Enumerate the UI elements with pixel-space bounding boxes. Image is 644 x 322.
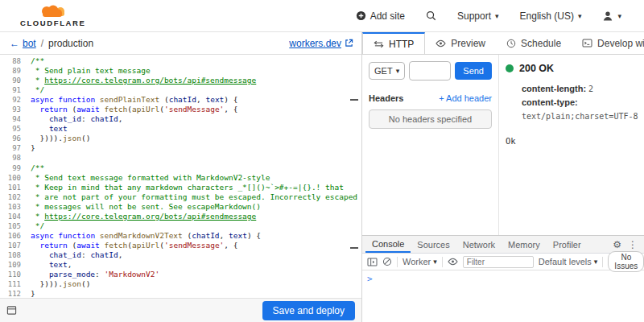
code-line: 108 chat_id: chatId, [0,250,361,260]
code-text: return (await fetch(apiUrl('sendMessage'… [31,105,238,114]
devtools-more-menu-icon[interactable]: ⋮ [628,240,638,250]
line-number: 103 [0,202,31,212]
eye-icon [436,39,446,47]
code-text: * Send text message formatted with Markd… [31,173,270,183]
response-header-row: content-length: 2 [522,82,642,96]
code-line: 99/** [0,163,361,173]
tab-http[interactable]: HTTP [362,32,425,55]
code-line: 88/** [0,56,361,66]
terminal-icon [582,39,592,47]
breadcrumb: ← bot / production workers.dev [0,32,361,55]
console-filter-input[interactable] [463,256,534,268]
devtools-tab-profiler[interactable]: Profiler [547,236,588,253]
status-ok-dot-icon [506,64,514,72]
external-link-icon [345,39,353,47]
request-pane: GET ▾ Send Headers + Add header No heade… [362,55,499,235]
cloudflare-cloud-icon [37,5,69,19]
url-input[interactable] [409,61,451,80]
account-menu[interactable]: ▾ [602,10,621,22]
no-issues-button[interactable]: No Issues [608,251,644,272]
back-arrow-icon[interactable]: ← [10,38,19,49]
language-menu[interactable]: English (US) ▾ [520,10,582,22]
code-text: chat_id: chatId, [31,114,122,124]
add-site-button[interactable]: Add site [356,10,405,22]
code-text: text [31,124,68,134]
line-number: 95 [0,124,31,134]
swap-arrows-icon [374,40,384,48]
tab-preview[interactable]: Preview [425,32,496,54]
devtools-tabs: ConsoleSourcesNetworkMemoryProfiler ⚙ ⋮ [362,236,644,254]
code-line: 98 [0,153,361,163]
method-dropdown[interactable]: GET ▾ [369,62,405,80]
overview-ruler-mark [350,99,358,101]
log-levels-dropdown[interactable]: Default levels ▾ [539,257,598,266]
send-button[interactable]: Send [455,62,492,80]
chevron-down-icon: ▾ [495,12,499,20]
line-number: 93 [0,105,31,114]
devtools-tab-memory[interactable]: Memory [502,236,547,253]
code-text: /** [31,163,44,173]
code-line: 102 * are not part of your formatting mu… [0,192,361,202]
code-line: 111 }))).json() [0,279,361,289]
code-text: } [31,289,35,298]
line-number: 111 [0,279,31,289]
live-expression-eye-icon[interactable] [448,258,458,266]
tab-schedule[interactable]: Schedule [496,32,572,54]
line-number: 90 [0,76,31,85]
code-text: async function sendPlainText (chatId, te… [31,95,238,105]
cloudflare-logo[interactable]: CLOUDFLARE [20,5,85,27]
workers-dev-link[interactable]: workers.dev [289,38,353,49]
response-header-row: content-type: text/plain;charset=UTF-8 [522,96,642,123]
code-line: 101 * Keep in mind that any markdown cha… [0,183,361,192]
code-line: 91 */ [0,85,361,95]
code-line: 103 * messages will not be sent. See esc… [0,202,361,212]
line-number: 110 [0,270,31,279]
tab-wrangler-cli[interactable]: Develop with Wrangler CLI [572,32,644,54]
line-number: 91 [0,85,31,95]
line-number: 99 [0,163,31,173]
line-number: 98 [0,153,31,163]
response-headers: content-length: 2content-type: text/plai… [522,82,642,123]
code-editor[interactable]: 88/**89 * Send plain text message90 * ht… [0,55,361,298]
console-output[interactable]: > [362,270,644,322]
overview-ruler-mark [350,247,358,249]
code-text: * https://core.telegram.org/bots/api#sen… [31,212,256,221]
search-button[interactable] [426,10,436,21]
devtools-settings-gear-icon[interactable]: ⚙ [613,240,621,250]
chevron-down-icon: ▾ [578,12,582,20]
code-text: */ [31,221,44,231]
devtools-tab-sources[interactable]: Sources [411,236,456,253]
code-text: * messages will not be sent. See escapeM… [31,202,261,212]
line-number: 89 [0,66,31,76]
header-actions: Add site Support ▾ English (US) ▾ ▾ [356,10,621,22]
chevron-down-icon: ▾ [433,258,437,266]
console-sidebar-icon[interactable] [367,258,378,266]
code-line: 97} [0,143,361,153]
add-header-button[interactable]: + Add header [439,93,492,103]
line-number: 94 [0,114,31,124]
response-body: Ok [506,136,638,146]
cloudflare-logo-text: CLOUDFLARE [20,19,85,27]
code-line: 96 }))).json() [0,134,361,143]
devtools-tab-network[interactable]: Network [456,236,502,253]
code-text: /** [31,56,44,66]
line-number: 88 [0,56,31,66]
breadcrumb-project-link[interactable]: bot [23,38,36,49]
editor-footer: Save and deploy [0,298,361,322]
code-text: * https://core.telegram.org/bots/api#sen… [31,76,256,85]
code-text: * Keep in mind that any markdown charact… [31,183,344,192]
devtools-tab-console[interactable]: Console [365,236,411,253]
context-dropdown[interactable]: Worker ▾ [402,257,437,266]
code-line: 100 * Send text message formatted with M… [0,173,361,183]
plus-circle-icon [356,10,366,21]
support-menu[interactable]: Support ▾ [457,10,499,22]
clear-console-icon[interactable] [382,257,392,266]
code-text: chat_id: chatId, [31,250,122,260]
line-number: 112 [0,289,31,298]
save-and-deploy-button[interactable]: Save and deploy [262,301,355,320]
chevron-down-icon: ▾ [594,258,598,266]
line-number: 101 [0,183,31,192]
toggle-panel-icon[interactable] [6,305,17,316]
http-devtools-panel: HTTP Preview Schedule [362,32,644,322]
panel-tabs: HTTP Preview Schedule [362,32,644,55]
